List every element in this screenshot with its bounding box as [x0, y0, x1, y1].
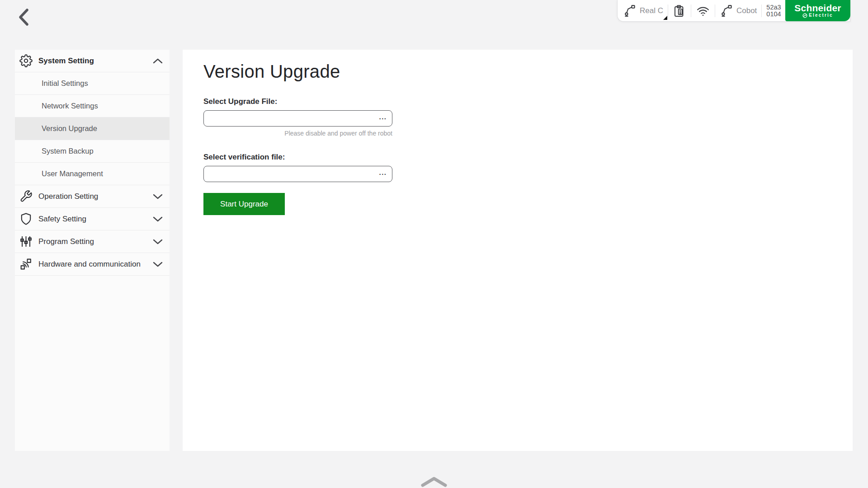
robot-arm-icon [623, 4, 637, 18]
cobot-label: Cobot [736, 6, 757, 15]
dropdown-corner-triangle [663, 16, 667, 20]
sidebar-item-label: System Backup [42, 147, 94, 155]
sidebar-item-network-settings[interactable]: Network Settings [15, 95, 170, 117]
wifi-button[interactable] [696, 0, 710, 21]
verification-file-field: Select verification file: ... [203, 153, 392, 182]
start-upgrade-button[interactable]: Start Upgrade [203, 193, 285, 215]
cobot-status-button[interactable]: Cobot [720, 0, 757, 21]
sidebar-section-label: System Setting [38, 56, 94, 66]
sidebar-section-operation-setting[interactable]: Operation Setting [15, 185, 170, 208]
verification-file-input[interactable] [203, 166, 392, 182]
back-button[interactable] [16, 5, 38, 29]
chevron-up-icon [420, 476, 448, 488]
sidebar-section-hardware-communication[interactable]: Hardware and communication [15, 253, 170, 276]
robot-arm-icon [720, 4, 733, 18]
network-icon [19, 258, 33, 271]
chevron-down-icon [152, 216, 163, 222]
sidebar-section-system-setting[interactable]: System Setting [15, 50, 170, 72]
version-upgrade-panel: Version Upgrade Select Upgrade File: ...… [183, 50, 853, 451]
toolbar-divider [715, 5, 715, 17]
wrench-icon [19, 190, 33, 203]
gear-icon [19, 54, 33, 67]
upgrade-file-field: Select Upgrade File: ... Please disable … [203, 97, 392, 137]
robot-mode-dropdown[interactable]: Real C [623, 0, 663, 21]
sidebar-item-system-backup[interactable]: System Backup [15, 140, 170, 163]
brand-sub-label: Electric [809, 13, 833, 18]
sidebar-section-label: Program Setting [38, 237, 94, 246]
sidebar-item-label: Network Settings [42, 102, 98, 110]
chevron-up-icon [152, 58, 163, 64]
toolbar-divider [761, 5, 762, 17]
version-code-line2: 0104 [766, 11, 781, 18]
upgrade-file-label: Select Upgrade File: [203, 97, 392, 106]
schneider-logo-mark-icon [802, 13, 807, 18]
upgrade-file-browse-button[interactable]: ... [375, 111, 391, 126]
chevron-down-icon [152, 193, 163, 200]
toolbar-divider [668, 5, 668, 17]
upgrade-file-input[interactable] [203, 110, 392, 127]
chevron-down-icon [152, 239, 163, 245]
upgrade-file-hint: Please disable and power off the robot [203, 130, 392, 137]
sidebar-item-initial-settings[interactable]: Initial Settings [15, 72, 170, 95]
verification-file-label: Select verification file: [203, 153, 392, 162]
sidebar-item-label: Version Upgrade [42, 124, 97, 133]
sidebar-section-label: Operation Setting [38, 192, 98, 201]
sidebar-section-program-setting[interactable]: Program Setting [15, 230, 170, 253]
robot-mode-label: Real C [640, 6, 663, 15]
page-title: Version Upgrade [203, 61, 853, 82]
toolbar-divider [691, 5, 691, 17]
verification-file-browse-button[interactable]: ... [375, 167, 391, 181]
sidebar-section-label: Safety Setting [38, 215, 86, 224]
chevron-down-icon [152, 261, 163, 267]
sliders-icon [19, 235, 33, 248]
clipboard-button[interactable] [673, 0, 686, 21]
chevron-left-icon [16, 8, 38, 27]
version-code-line1: 52a3 [766, 4, 781, 11]
sidebar-item-user-management[interactable]: User Management [15, 163, 170, 185]
sidebar-item-version-upgrade[interactable]: Version Upgrade [15, 117, 170, 140]
sidebar-item-label: User Management [42, 169, 103, 178]
shield-icon [19, 212, 33, 225]
sidebar-section-label: Hardware and communication [38, 260, 141, 269]
sidebar-section-safety-setting[interactable]: Safety Setting [15, 208, 170, 230]
sidebar-item-label: Initial Settings [42, 79, 88, 88]
brand-name: Schneider [794, 3, 841, 13]
wifi-icon [696, 4, 710, 18]
settings-sidebar: System Setting Initial Settings Network … [15, 50, 170, 451]
clipboard-icon [673, 4, 686, 18]
expand-bottom-panel-button[interactable] [420, 476, 448, 488]
version-code: 52a3 0104 [766, 0, 781, 21]
schneider-electric-logo: Schneider Electric [785, 0, 850, 21]
